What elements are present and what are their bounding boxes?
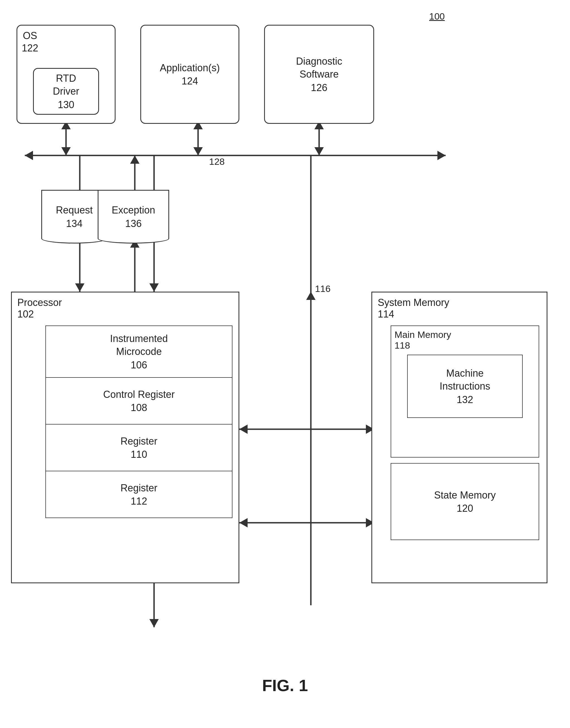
bus-128-number: 128 [209,156,225,167]
request-label: Request [56,204,93,217]
fig-label: FIG. 1 [262,676,308,695]
diagnostic-software-box: Diagnostic Software 126 [264,25,374,124]
system-memory-label: System Memory [378,297,449,308]
svg-marker-7 [194,147,203,156]
svg-marker-10 [314,147,324,156]
os-box: OS 122 RTD Driver 130 [16,25,115,124]
svg-marker-23 [239,518,248,527]
processor-label: Processor [17,297,62,308]
svg-marker-28 [150,619,159,627]
svg-marker-26 [150,283,159,292]
svg-marker-16 [130,156,139,164]
request-number: 134 [66,218,82,229]
applications-box: Application(s) 124 [140,25,239,124]
processor-number: 102 [17,308,34,320]
bus-116-number: 116 [315,283,331,294]
os-label: OS [23,30,37,41]
diag-number: 126 [311,82,327,93]
svg-marker-4 [61,147,71,156]
machine-instr-label: Machine Instructions [440,367,490,393]
svg-marker-20 [239,425,248,434]
system-memory-box: System Memory 114 Main Memory 118 Machin… [371,292,547,583]
register1-label: Register [120,435,158,448]
instrumented-label: Instrumented Microcode [110,332,168,358]
control-register-box: Control Register 108 [45,378,233,425]
diagram: 100 OS 122 RTD Driver 130 Application(s)… [0,0,570,728]
control-reg-label: Control Register [103,388,175,401]
app-label: Application(s) [160,62,220,74]
main-memory-box: Main Memory 118 Machine Instructions 132 [391,325,539,458]
rtd-number: 130 [58,99,74,110]
svg-marker-1 [25,151,33,160]
main-memory-number: 118 [394,340,410,351]
state-memory-label: State Memory [434,489,496,502]
register2-box: Register 112 [45,471,233,518]
processor-box: Processor 102 Instrumented Microcode 106… [11,292,239,583]
machine-instructions-box: Machine Instructions 132 [407,354,523,418]
diag-label: Diagnostic Software [296,55,342,81]
register1-number: 110 [131,449,147,460]
control-reg-number: 108 [131,402,147,414]
app-number: 124 [182,75,198,87]
svg-marker-14 [75,283,84,292]
system-memory-number: 114 [378,308,394,320]
register1-box: Register 110 [45,425,233,471]
state-memory-number: 120 [457,503,473,514]
exception-number: 136 [125,218,142,229]
svg-marker-31 [306,292,316,300]
state-memory-box: State Memory 120 [391,463,539,540]
instrumented-microcode-box: Instrumented Microcode 106 [45,325,233,378]
exception-label: Exception [112,204,155,217]
main-memory-label: Main Memory [394,329,451,340]
register2-label: Register [120,482,158,495]
machine-instr-number: 132 [457,394,473,406]
svg-marker-2 [438,151,446,160]
register2-number: 112 [131,495,147,507]
instrumented-number: 106 [131,359,147,371]
request-box: Request 134 [41,190,107,243]
rtd-driver-box: RTD Driver 130 [33,68,99,115]
exception-box: Exception 136 [98,190,169,243]
rtd-label: RTD Driver [53,72,79,98]
ref-100: 100 [429,11,445,22]
os-number: 122 [22,42,38,54]
